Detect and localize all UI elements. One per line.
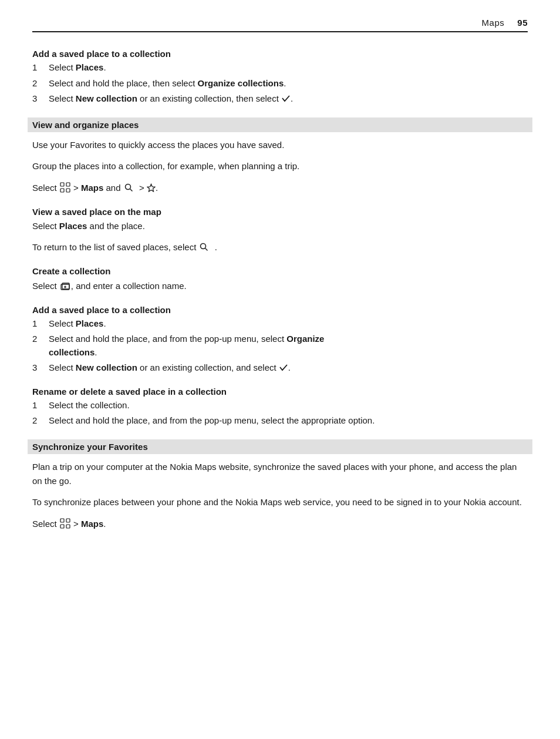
section-heading-add-bottom: Add a saved place to a collection <box>32 305 528 315</box>
step-num-1-rename: 1 <box>32 399 49 412</box>
step-2-bottom: 2 Select and hold the place, and from th… <box>32 332 528 359</box>
step-3-bottom: 3 Select New collection or an existing c… <box>32 361 528 375</box>
step-1-bottom: 1 Select Places. <box>32 317 528 331</box>
newcoll-icon <box>60 280 70 291</box>
apps-icon-1 <box>60 182 70 193</box>
para-return: To return to the list of saved places, s… <box>32 240 528 254</box>
section-heading-create: Create a collection <box>32 266 528 276</box>
star-icon <box>147 182 156 191</box>
steps-list-bottom: 1 Select Places. 2 Select and hold the p… <box>32 317 528 375</box>
search-icon-2 <box>200 241 208 250</box>
section-rename-delete: Rename or delete a saved place in a coll… <box>32 387 528 428</box>
para-view-1: Use your Favorites to quickly access the… <box>32 138 528 152</box>
step-num-2-bottom: 2 <box>32 332 49 346</box>
section-add-saved-top: Add a saved place to a collection 1 Sele… <box>32 49 528 106</box>
maps-label-2: Maps <box>81 519 103 529</box>
check-icon-bottom <box>279 362 288 372</box>
new-collection-bold-top: New collection <box>76 93 137 103</box>
section-create-collection: Create a collection Select , and enter a… <box>32 266 528 293</box>
check-icon-top <box>281 93 291 103</box>
search-icon-1 <box>124 182 133 191</box>
svg-rect-2 <box>60 189 64 192</box>
step-content-1-bottom: Select Places. <box>49 317 528 331</box>
organize-collections-bold: Organize collections <box>198 78 284 88</box>
new-collection-bold-bottom: New collection <box>76 362 137 372</box>
steps-list-top: 1 Select Places. 2 Select and hold the p… <box>32 61 528 106</box>
section-view-organize: View and organize places Use your Favori… <box>32 117 528 195</box>
header-title: Maps 95 <box>482 18 528 28</box>
svg-rect-3 <box>66 189 70 192</box>
step-1-top: 1 Select Places. <box>32 61 528 75</box>
step-num-2-rename: 2 <box>32 414 49 428</box>
svg-rect-13 <box>60 519 64 522</box>
para-view-2: Group the places into a collection, for … <box>32 159 528 173</box>
header-maps-label: Maps <box>482 18 505 28</box>
apps-icon-2 <box>60 518 70 529</box>
para-create: Select , and enter a collection name. <box>32 278 528 293</box>
svg-line-5 <box>130 189 132 191</box>
svg-line-8 <box>205 248 208 250</box>
page: Maps 95 Add a saved place to a collectio… <box>0 0 560 739</box>
svg-marker-6 <box>147 184 155 192</box>
places-bold-2: Places <box>59 221 87 231</box>
svg-rect-15 <box>60 525 64 528</box>
step-content-2-rename: Select and hold the place, and from the … <box>49 414 528 428</box>
section-view-saved: View a saved place on the map Select Pla… <box>32 207 528 254</box>
step-num-1-bottom: 1 <box>32 317 49 331</box>
section-bar-sync: Synchronize your Favorites <box>28 439 532 454</box>
step-num-2-top: 2 <box>32 77 49 90</box>
section-heading-add-top: Add a saved place to a collection <box>32 49 528 59</box>
places-bold: Places <box>76 62 104 72</box>
svg-rect-1 <box>66 183 70 186</box>
maps-label-1: Maps <box>81 183 103 193</box>
section-bar-view-organize: View and organize places <box>28 117 532 132</box>
svg-point-4 <box>125 184 130 189</box>
step-content-1-rename: Select the collection. <box>49 399 528 412</box>
section-add-saved-bottom: Add a saved place to a collection 1 Sele… <box>32 305 528 375</box>
step-content-3-bottom: Select New collection or an existing col… <box>49 361 528 375</box>
section-heading-rename: Rename or delete a saved place in a coll… <box>32 387 528 397</box>
para-select-maps: Select > Maps. <box>32 516 528 531</box>
step-content-2-bottom: Select and hold the place, and from the … <box>49 332 528 359</box>
section-heading-view-saved: View a saved place on the map <box>32 207 528 217</box>
step-content-3-top: Select New collection or an existing col… <box>49 92 528 106</box>
section-sync: Synchronize your Favorites Plan a trip o… <box>32 439 528 531</box>
step-3-top: 3 Select New collection or an existing c… <box>32 92 528 106</box>
step-content-2-top: Select and hold the place, then select O… <box>49 77 528 90</box>
svg-rect-14 <box>66 519 70 522</box>
svg-rect-16 <box>66 525 70 528</box>
para-view-saved: Select Places and the place. <box>32 219 528 233</box>
step-num-3-bottom: 3 <box>32 361 49 375</box>
step-2-top: 2 Select and hold the place, then select… <box>32 77 528 90</box>
header-bar: Maps 95 <box>32 18 528 32</box>
step-num-1-top: 1 <box>32 61 49 75</box>
organize-collections-bold-2: Organizecollections <box>49 334 324 357</box>
svg-point-7 <box>201 243 206 248</box>
step-content-1-top: Select Places. <box>49 61 528 75</box>
step-1-rename: 1 Select the collection. <box>32 399 528 412</box>
step-2-rename: 2 Select and hold the place, and from th… <box>32 414 528 428</box>
steps-rename: 1 Select the collection. 2 Select and ho… <box>32 399 528 428</box>
select-label: Select <box>49 62 76 72</box>
page-number: 95 <box>517 18 528 28</box>
svg-rect-0 <box>60 183 64 186</box>
para-sync-1: Plan a trip on your computer at the Noki… <box>32 460 528 488</box>
para-select-apps: Select > Maps and > <box>32 180 528 195</box>
step-num-3-top: 3 <box>32 92 49 106</box>
para-sync-2: To synchronize places between your phone… <box>32 495 528 509</box>
places-bold-3: Places <box>76 318 104 328</box>
